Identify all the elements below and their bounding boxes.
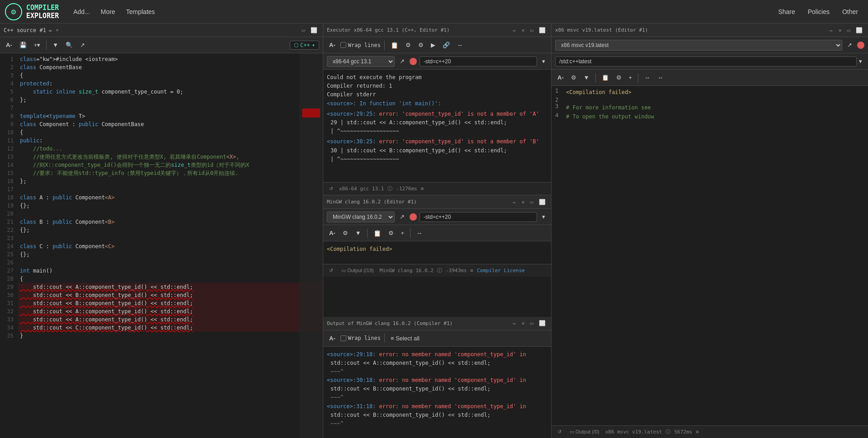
mingw-output-tab[interactable]: ▭ Output (/19) <box>339 267 376 274</box>
other-button[interactable]: Other <box>837 5 863 18</box>
executor-font-btn[interactable]: A- <box>327 40 338 50</box>
mingw-output-line: ~~~^ <box>327 367 547 376</box>
executor-opts-btn[interactable]: ⚙ <box>416 40 426 50</box>
share2-btn[interactable]: ↗ <box>78 40 87 50</box>
mingw-output-maximize-icon[interactable]: ⬜ <box>537 319 547 327</box>
line-content <box>18 234 323 242</box>
msvc-font-btn[interactable]: A- <box>555 73 566 82</box>
msvc-expand-btn[interactable]: ↔ <box>642 73 652 82</box>
line-content: protected: <box>18 80 323 88</box>
mingw-output-edit-icon[interactable]: ✏ <box>511 319 518 327</box>
share-button[interactable]: Share <box>773 5 800 18</box>
mingw-refresh-btn[interactable]: ↺ <box>327 267 335 274</box>
mingw-options-input[interactable] <box>420 212 537 222</box>
executor-maximize-icon[interactable]: ⬜ <box>537 26 547 34</box>
cpp-icon: ⬡ <box>294 42 298 48</box>
policies-button[interactable]: Policies <box>802 5 835 18</box>
mingw-license[interactable]: Compiler License <box>477 268 525 273</box>
code-line-23: 23 <box>0 234 323 242</box>
executor-options-input[interactable] <box>420 57 537 66</box>
format-btn[interactable]: ▼ <box>50 40 61 50</box>
mingw-opts2-btn[interactable]: ⚙ <box>386 228 396 238</box>
line-content: class ComponentBase <box>18 63 323 71</box>
mingw-edit-icon[interactable]: ✏ <box>511 198 518 206</box>
minimap <box>299 53 323 438</box>
executor-output: Could not execute the program Compiler r… <box>323 70 551 182</box>
executor-expand-btn[interactable]: ↔ <box>455 40 465 50</box>
wrap-lines-label[interactable]: Wrap lines <box>340 42 381 48</box>
add-button[interactable]: Add... <box>68 5 95 18</box>
mingw-filter-btn[interactable]: ▼ <box>353 228 363 238</box>
msvc-open-btn[interactable]: ↗ <box>845 40 854 50</box>
font-size-btn[interactable]: A- <box>4 40 14 50</box>
msvc-settings-btn[interactable]: ⚙ <box>569 73 579 82</box>
msvc-opts-dropdown[interactable]: ▾ <box>857 57 864 66</box>
mingw-output-minimize-icon[interactable]: ▭ <box>528 319 535 327</box>
mingw-open-btn[interactable]: ↗ <box>397 212 407 221</box>
mingw-minimize-icon[interactable]: ▭ <box>528 198 535 206</box>
editor-edit-icon[interactable]: ✏ <box>49 27 52 33</box>
line-content: class A : public Component<A> <box>18 193 323 202</box>
msvc-minimize-icon[interactable]: ▭ <box>845 26 852 34</box>
executor-minimize-icon[interactable]: ▭ <box>528 26 535 34</box>
mingw-select-all-icon: ≡ <box>391 335 394 342</box>
msvc-close-icon[interactable]: ✕ <box>837 26 844 34</box>
save-btn[interactable]: 💾 <box>17 40 29 50</box>
msvc-edit-icon[interactable]: ✏ <box>828 26 835 34</box>
wrap-lines-checkbox[interactable] <box>340 42 346 48</box>
code-editor[interactable]: 1class="kw">#include <iostream>2class Co… <box>0 53 323 438</box>
executor-opts-dropdown[interactable]: ▾ <box>540 57 547 66</box>
mingw-maximize-icon[interactable]: ⬜ <box>537 198 547 206</box>
code-line-10: 10{ <box>0 128 323 137</box>
mingw-output-toolbar: A- Wrap lines ≡ Select all <box>323 330 551 347</box>
msvc-maximize-icon[interactable]: ⬜ <box>854 26 864 34</box>
add-btn[interactable]: +▾ <box>32 40 43 50</box>
executor-open-btn[interactable]: ↗ <box>397 57 407 66</box>
executor-close-icon[interactable]: ✕ <box>520 26 527 34</box>
msvc-filter-btn[interactable]: ▼ <box>581 73 592 82</box>
mingw-asm-btn[interactable]: 📋 <box>371 228 383 238</box>
line-content: //todo... <box>18 145 323 153</box>
search-btn[interactable]: 🔍 <box>63 40 75 50</box>
executor-settings-btn[interactable]: ⚙ <box>403 40 413 50</box>
language-selector[interactable]: ⬡ C++ ▾ <box>290 41 319 50</box>
msvc-compiler-select[interactable]: x86 msvc v19.latest <box>555 40 842 51</box>
mingw-output-wrap-label[interactable]: Wrap lines <box>340 335 381 341</box>
msvc-expand2-btn[interactable]: ↔ <box>655 73 665 82</box>
mingw-font-btn[interactable]: A- <box>327 228 338 238</box>
msvc-header-icons: ✏ ✕ ▭ ⬜ <box>828 26 864 34</box>
msvc-output-tab[interactable]: ▭ Output (/0) <box>567 428 602 436</box>
msvc-asm-btn[interactable]: 📋 <box>599 73 611 82</box>
mingw-expand2-btn[interactable]: ↔ <box>414 228 425 238</box>
executor-edit-icon[interactable]: ✏ <box>511 26 518 34</box>
executor-run-btn[interactable]: 📋 <box>388 40 401 50</box>
mingw-close-icon[interactable]: ✕ <box>520 198 527 206</box>
line-number: 31 <box>0 299 18 307</box>
line-number: 7 <box>0 104 18 112</box>
mingw-opts-dropdown[interactable]: ▾ <box>540 212 547 221</box>
executor-refresh-btn[interactable]: ↺ <box>327 185 335 193</box>
executor-link-btn[interactable]: 🔗 <box>440 40 452 50</box>
mingw-compiler-select[interactable]: MinGW clang 16.0.2 <box>327 212 395 222</box>
logo: ⚙ COMPILER EXPLORER <box>5 3 59 21</box>
editor-minimize-icon[interactable]: ▭ <box>300 26 307 34</box>
msvc-refresh-btn[interactable]: ↺ <box>555 428 564 436</box>
msvc-options-input[interactable] <box>555 57 857 66</box>
mingw-select-all-btn[interactable]: ≡ Select all <box>388 334 422 343</box>
mingw-output-close-icon[interactable]: ✕ <box>520 319 527 327</box>
templates-button[interactable]: Templates <box>121 5 160 18</box>
mingw-output-wrap-checkbox[interactable] <box>340 335 346 341</box>
executor-terminal-btn[interactable]: ▶ <box>429 40 438 50</box>
executor-footer-time: -1276ms <box>396 186 417 192</box>
more-button[interactable]: More <box>95 5 121 18</box>
mingw-settings-btn[interactable]: ⚙ <box>340 228 350 238</box>
mingw-output-font-btn[interactable]: A- <box>327 334 338 343</box>
editor-close-icon[interactable]: ✕ <box>56 27 59 33</box>
line-content: std::cout << B::component_type_id() << s… <box>18 291 323 299</box>
mingw-add2-btn[interactable]: + <box>399 228 407 238</box>
editor-maximize-icon[interactable]: ⬜ <box>309 26 319 34</box>
msvc-tool-btn[interactable]: ⚙ <box>614 73 624 82</box>
mingw-output-header: Output of MinGW clang 16.0.2 (Compiler #… <box>323 317 551 330</box>
executor-compiler-select[interactable]: x86-64 gcc 13.1 <box>327 56 395 67</box>
msvc-add-btn[interactable]: + <box>627 73 635 82</box>
